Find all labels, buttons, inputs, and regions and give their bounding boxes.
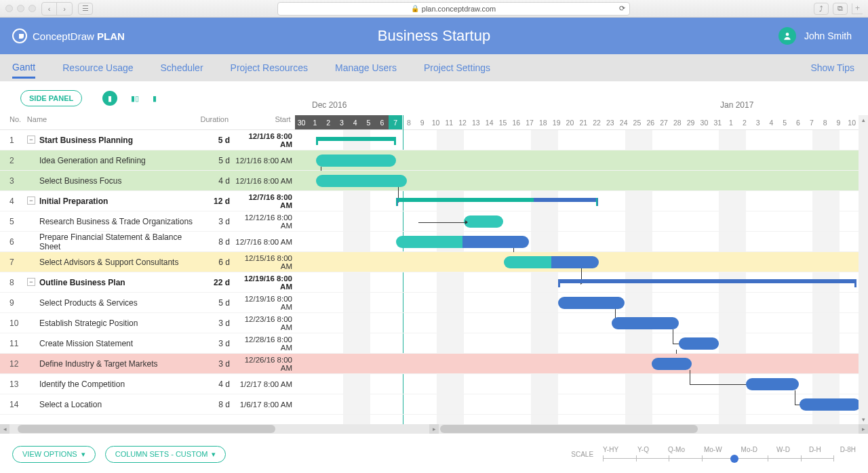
- task-bar[interactable]: [504, 256, 599, 268]
- scale-tick-label: Y-HY: [603, 446, 618, 453]
- scale-tick-label: Mo-W: [704, 446, 722, 453]
- task-row[interactable]: 5Research Business & Trade Organizations…: [0, 211, 868, 232]
- vertical-scrollbar[interactable]: ▴ ▾: [859, 115, 868, 424]
- scale-slider[interactable]: [603, 453, 833, 463]
- gantt-cell[interactable]: [296, 394, 868, 414]
- task-row[interactable]: 11Create Mission Statement3 d12/28/16 8:…: [0, 333, 868, 354]
- task-bar[interactable]: [679, 337, 719, 350]
- scroll-left-icon: ◂: [0, 424, 9, 434]
- zoom-level-2-icon[interactable]: ▮▯: [131, 94, 139, 103]
- day-cell: 9: [832, 115, 846, 129]
- reload-icon[interactable]: ⟳: [619, 4, 625, 13]
- gantt-cell[interactable]: [296, 313, 868, 333]
- row-name: −Outline Business Plan: [27, 278, 195, 287]
- gantt-cell[interactable]: [296, 293, 868, 312]
- row-no: 9: [0, 298, 27, 308]
- chevron-down-icon: ▾: [81, 450, 85, 459]
- tab-resource-usage[interactable]: Resource Usage: [62, 58, 133, 77]
- scale-control[interactable]: SCALE Y-HYY-QQ-MoMo-WMo-DW-DD-HD-8H: [571, 446, 856, 463]
- main-tabs: Gantt Resource Usage Scheduler Project R…: [0, 54, 868, 81]
- gantt-cell[interactable]: [296, 191, 868, 211]
- row-start: 1/6/17 8:00 AM: [235, 400, 296, 409]
- tab-gantt[interactable]: Gantt: [12, 58, 35, 79]
- side-panel-button[interactable]: SIDE PANEL: [20, 90, 82, 106]
- task-row[interactable]: 12Define Industry & Target Markets3 d12/…: [0, 354, 868, 374]
- sidebar-toggle-icon[interactable]: ☰: [78, 3, 93, 15]
- column-sets-button[interactable]: COLUMN SETS - CUSTOM▾: [105, 446, 226, 463]
- tab-project-resources[interactable]: Project Resources: [231, 58, 308, 77]
- zoom-level-1-icon[interactable]: ▮: [102, 91, 117, 106]
- summary-bar[interactable]: [558, 279, 856, 283]
- user-menu[interactable]: John Smith: [778, 27, 868, 45]
- task-row[interactable]: 3Select Business Focus4 d12/1/16 8:00 AM: [0, 171, 868, 191]
- task-row[interactable]: 7Select Advisors & Support Consultants6 …: [0, 252, 868, 272]
- task-row[interactable]: 4−Initial Preparation12 d12/7/16 8:00 AM: [0, 191, 868, 211]
- task-bar[interactable]: [800, 398, 861, 411]
- task-bar[interactable]: [612, 317, 679, 329]
- collapse-toggle[interactable]: −: [27, 136, 35, 144]
- task-row[interactable]: 6Prepare Financial Statement & Balance S…: [0, 232, 868, 252]
- grid-header: No. Name Duration Start 3012345678910111…: [0, 115, 868, 130]
- task-row[interactable]: 10Establish Strategic Position3 d12/23/1…: [0, 313, 868, 333]
- gantt-cell[interactable]: [296, 272, 868, 292]
- day-cell: 7: [805, 115, 818, 129]
- view-options-button[interactable]: VIEW OPTIONS▾: [12, 446, 96, 463]
- gantt-cell[interactable]: [296, 130, 868, 150]
- gantt-cell[interactable]: [296, 232, 868, 251]
- task-bar[interactable]: [316, 155, 396, 167]
- window-controls[interactable]: [5, 5, 36, 12]
- task-bar[interactable]: [746, 378, 799, 390]
- tab-project-settings[interactable]: Project Settings: [424, 58, 490, 77]
- task-row[interactable]: 1−Start Business Planning5 d12/1/16 8:00…: [0, 130, 868, 150]
- summary-bar[interactable]: [396, 198, 598, 202]
- task-bar[interactable]: [396, 236, 529, 248]
- gantt-cell[interactable]: [296, 354, 868, 373]
- nav-back-forward[interactable]: ‹›: [41, 2, 73, 16]
- collapse-toggle[interactable]: −: [27, 197, 35, 205]
- show-tips-link[interactable]: Show Tips: [810, 62, 854, 73]
- gantt-cell[interactable]: [296, 171, 868, 190]
- chevron-down-icon: ▾: [212, 450, 216, 459]
- horizontal-scrollbar[interactable]: ◂ ▸ ▸: [0, 424, 868, 434]
- zoom-level-3-icon[interactable]: ▮: [153, 94, 157, 103]
- scroll-down-icon: ▾: [859, 415, 868, 424]
- scale-label: SCALE: [571, 451, 593, 458]
- app-logo[interactable]: ConceptDraw PLAN: [0, 28, 125, 43]
- task-row[interactable]: 14Select a Location8 d1/6/17 8:00 AM: [0, 394, 868, 415]
- lock-icon: 🔒: [411, 5, 419, 12]
- row-no: 14: [0, 400, 27, 409]
- day-cell: 23: [604, 115, 617, 129]
- gantt-cell[interactable]: [296, 211, 868, 231]
- day-cell: 9: [416, 115, 429, 129]
- collapse-toggle[interactable]: −: [27, 278, 35, 286]
- task-bar[interactable]: [464, 215, 503, 228]
- share-icon[interactable]: ⤴: [814, 3, 829, 15]
- task-row[interactable]: 9Select Products & Services5 d12/19/16 8…: [0, 293, 868, 313]
- gantt-area: No. Name Duration Start 3012345678910111…: [0, 115, 868, 424]
- scroll-right-icon: ▸: [429, 424, 439, 434]
- day-cell: 26: [644, 115, 657, 129]
- task-bar[interactable]: [558, 297, 625, 309]
- gantt-cell[interactable]: [296, 374, 868, 394]
- tab-scheduler[interactable]: Scheduler: [161, 58, 203, 77]
- task-bar[interactable]: [652, 358, 692, 370]
- task-bar[interactable]: [316, 175, 407, 187]
- new-tab-icon[interactable]: +: [852, 3, 863, 14]
- task-row[interactable]: 13Identify the Competition4 d1/2/17 8:00…: [0, 374, 868, 394]
- tabs-icon[interactable]: ⧉: [833, 3, 848, 15]
- row-start: 12/26/16 8:00 AM: [235, 356, 296, 372]
- task-row[interactable]: 8−Outline Business Plan22 d12/19/16 8:00…: [0, 272, 868, 293]
- address-bar[interactable]: 🔒 plan.conceptdraw.com ⟳: [98, 2, 808, 16]
- scale-knob[interactable]: [730, 455, 738, 463]
- gantt-cell[interactable]: [296, 333, 868, 353]
- logo-icon: [12, 28, 27, 43]
- day-cell: 4: [765, 115, 778, 129]
- gantt-cell[interactable]: [296, 252, 868, 272]
- day-cell: 19: [550, 115, 564, 129]
- gantt-cell[interactable]: [296, 150, 868, 170]
- day-cell: 20: [564, 115, 577, 129]
- avatar-icon: [778, 27, 796, 45]
- summary-bar[interactable]: [316, 137, 396, 141]
- tab-manage-users[interactable]: Manage Users: [335, 58, 397, 77]
- task-row[interactable]: 2Idea Generation and Refining5 d12/1/16 …: [0, 150, 868, 171]
